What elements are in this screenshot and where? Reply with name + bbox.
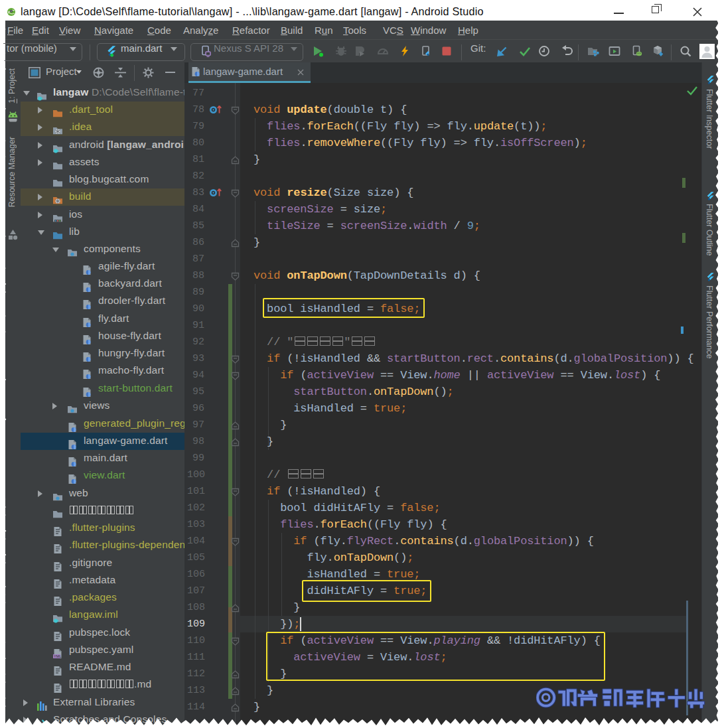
svg-text:YML: YML [54,654,62,658]
